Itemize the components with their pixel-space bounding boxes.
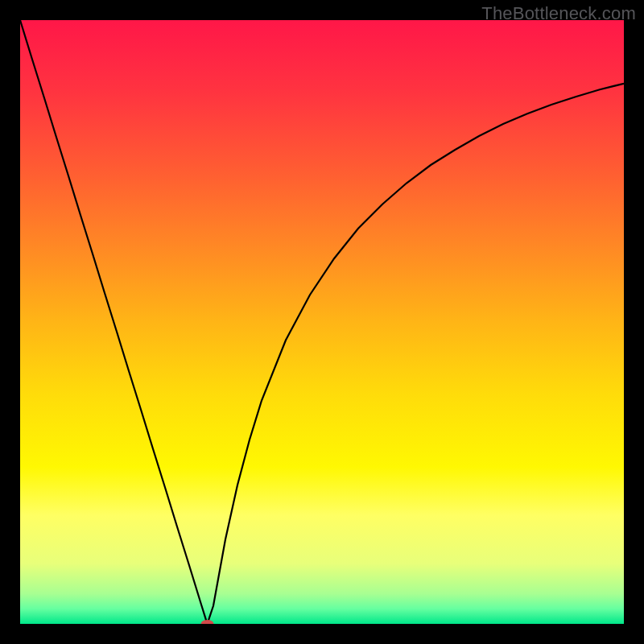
chart-frame: TheBottleneck.com [0,0,644,644]
chart-plot-area [20,20,624,624]
chart-svg [20,20,624,624]
